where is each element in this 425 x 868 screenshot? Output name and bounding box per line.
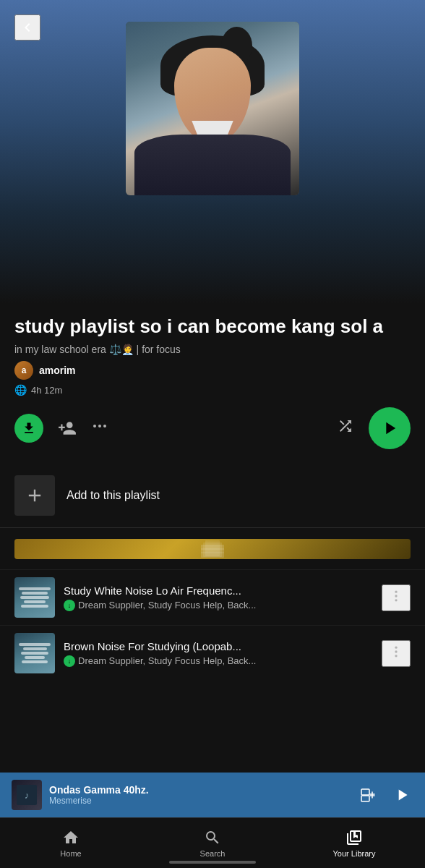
- now-playing-title: Ondas Gamma 40hz.: [49, 784, 350, 796]
- nav-label-search: Search: [200, 849, 226, 858]
- playlist-title: study playlist so i can become kang sol …: [14, 315, 411, 338]
- nav-item-search[interactable]: Search: [142, 823, 283, 864]
- svg-rect-20: [361, 796, 369, 801]
- hero-section: [0, 0, 425, 304]
- nav-label-library: Your Library: [333, 849, 376, 858]
- now-playing-thumb: ♪: [12, 780, 42, 810]
- svg-point-16: [395, 655, 397, 657]
- table-row[interactable]: Study White Noise Lo Air Frequenc... ↓ D…: [0, 570, 425, 626]
- controls-row: [0, 407, 425, 464]
- svg-point-2: [103, 425, 106, 427]
- now-playing-controls: [357, 783, 413, 807]
- more-options-button[interactable]: [91, 417, 108, 439]
- svg-point-15: [395, 650, 397, 652]
- svg-point-11: [395, 590, 397, 592]
- search-icon: [204, 829, 221, 846]
- track-title: Study White Noise Lo Air Frequenc...: [64, 584, 373, 597]
- shuffle-button[interactable]: [337, 417, 354, 439]
- svg-point-12: [395, 595, 397, 597]
- svg-point-14: [395, 646, 397, 648]
- now-playing-info: Ondas Gamma 40hz. Mesmerise: [49, 784, 350, 806]
- home-icon: [62, 829, 80, 846]
- track-title: Brown Noise For Studying (Loopab...: [64, 640, 373, 652]
- owner-avatar: a: [14, 361, 33, 380]
- mini-play-button[interactable]: [390, 783, 413, 807]
- tracks-section: Add to this playlist Sonitus Bibliotheca…: [0, 464, 425, 739]
- playlist-meta: 🌐 4h 12m: [14, 384, 411, 396]
- download-indicator: ↓: [64, 655, 75, 667]
- svg-point-0: [93, 425, 96, 427]
- playlist-description: in my law school era ⚖️🧑‍💼 | for focus: [14, 344, 411, 355]
- track-more-button[interactable]: [382, 584, 411, 611]
- playlist-cover: [126, 22, 299, 195]
- owner-row: a amorim: [14, 361, 411, 380]
- svg-point-13: [395, 599, 397, 601]
- track-thumbnail: [14, 577, 55, 618]
- table-row[interactable]: Brown Noise For Studying (Loopab... ↓ Dr…: [0, 626, 425, 681]
- download-button[interactable]: [14, 414, 43, 443]
- add-track-row[interactable]: Add to this playlist: [0, 464, 425, 528]
- table-row[interactable]: Sonitus Bibliotheca ↓ ASMR Study Noise: [0, 528, 425, 570]
- play-button[interactable]: [369, 407, 411, 449]
- globe-icon: 🌐: [14, 384, 27, 396]
- svg-rect-19: [361, 789, 369, 795]
- device-connect-button[interactable]: [357, 783, 380, 807]
- track-info: Brown Noise For Studying (Loopab... ↓ Dr…: [64, 640, 373, 667]
- track-thumbnail: [14, 633, 55, 673]
- nav-label-home: Home: [60, 849, 81, 858]
- svg-point-1: [98, 425, 101, 427]
- download-indicator: ↓: [64, 600, 75, 611]
- svg-rect-5: [205, 540, 220, 556]
- track-thumbnail: [14, 539, 411, 559]
- playlist-duration: 4h 12m: [31, 385, 62, 396]
- track-info: Study White Noise Lo Air Frequenc... ↓ D…: [64, 584, 373, 611]
- library-icon: [345, 829, 363, 846]
- now-playing-artist: Mesmerise: [49, 796, 350, 806]
- owner-name: amorim: [39, 365, 76, 376]
- back-button[interactable]: [14, 14, 40, 41]
- svg-text:♪: ♪: [25, 790, 30, 801]
- track-subtitle: ↓ Dream Supplier, Study Focus Help, Back…: [64, 655, 373, 667]
- add-track-icon-box: [14, 475, 55, 516]
- add-friend-button[interactable]: [58, 419, 77, 438]
- now-playing-bar[interactable]: ♪ Ondas Gamma 40hz. Mesmerise: [0, 773, 425, 817]
- track-more-button[interactable]: [382, 640, 411, 667]
- nav-item-library[interactable]: Your Library: [283, 823, 425, 864]
- track-subtitle: ↓ Dream Supplier, Study Focus Help, Back…: [64, 600, 373, 611]
- nav-item-home[interactable]: Home: [0, 823, 142, 864]
- add-track-label: Add to this playlist: [66, 489, 160, 502]
- playlist-info: study playlist so i can become kang sol …: [0, 304, 425, 396]
- home-indicator: [169, 861, 256, 864]
